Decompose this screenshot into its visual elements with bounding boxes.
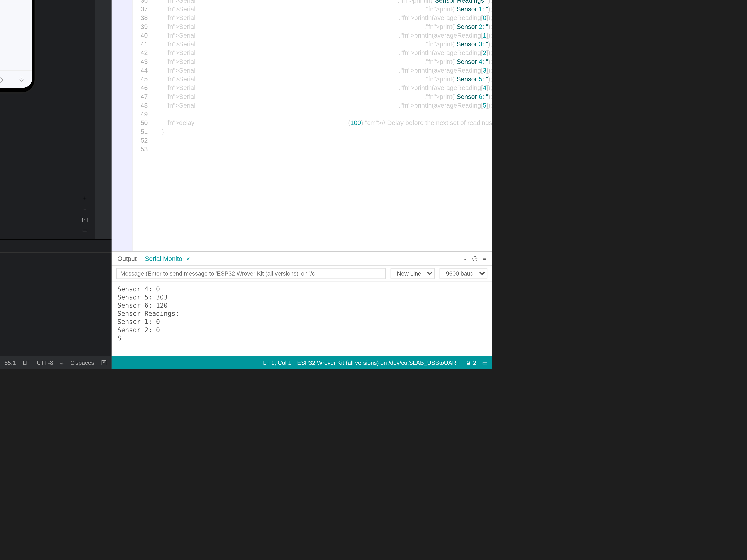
board-status: ESP32 Wrover Kit (all versions) on /dev/… [297, 359, 460, 366]
code-line[interactable]: "fn">Serial [158, 101, 399, 110]
code-line[interactable]: "fn">Serial [158, 84, 399, 92]
bottom-nav[interactable]: ⌂ ✦ ◌ ◇ ♡ [0, 70, 32, 88]
close-panel-icon[interactable]: ▭ [482, 359, 487, 366]
code-line[interactable]: "fn">Serial [158, 57, 424, 66]
readonly-icon[interactable]: ⎆ [60, 359, 64, 366]
code-line[interactable]: "fn">Serial [158, 75, 424, 83]
arduino-ide-window: ✓ → ▷ ESP32 Wrover Kit (all ...▾ sketch_… [111, 0, 492, 369]
code-line[interactable] [158, 110, 492, 118]
code-line[interactable]: "fn">Serial [158, 40, 424, 49]
code-line[interactable] [158, 145, 492, 154]
right-tool-gutter [95, 0, 111, 239]
scroll-icon[interactable]: ⌄ [462, 255, 467, 262]
code-line[interactable]: "fn">Serial [158, 14, 399, 22]
cursor-position: Ln 1, Col 1 [263, 359, 291, 366]
arduino-status-bar: Ln 1, Col 1 ESP32 Wrover Kit (all versio… [111, 356, 492, 369]
android-studio-window: R running_app2 Version control Pixel_3a_… [0, 0, 111, 369]
line-ending-select[interactable]: New Line [390, 268, 435, 279]
dashboard-card[interactable]: Pressure Distribution◆Even [0, 0, 32, 4]
terminal-output[interactable]: idget.dart:227:37 • avoid_print info • D… [0, 253, 111, 356]
code-line[interactable]: "fn">Serial [158, 31, 399, 40]
code-line[interactable]: "fn">Serial [158, 5, 424, 14]
code-line[interactable]: "fn">Serial [158, 49, 399, 57]
code-line[interactable]: "fn">Serial [158, 22, 424, 31]
zoom-in-button[interactable]: ＋ [82, 194, 88, 202]
baud-select[interactable]: 9600 baud [440, 268, 487, 279]
clear-icon[interactable]: ≡ [483, 255, 486, 262]
zoom-ratio[interactable]: 1:1 [81, 217, 89, 224]
heart-icon[interactable]: ♡ [18, 75, 25, 83]
code-line[interactable]: "fn">Serial [158, 0, 397, 5]
code-editor[interactable]: 19 // Collecting numReadings for each se… [133, 0, 492, 251]
code-line[interactable]: } [158, 127, 492, 136]
encoding[interactable]: UTF-8 [37, 359, 53, 366]
phone-frame: 11:58▮ ▲ ▮ Currie Smart Shoes Dashboard … [0, 0, 34, 92]
line-ending[interactable]: LF [23, 359, 30, 366]
lock-icon[interactable]: ⚿ [101, 359, 107, 366]
diamond-icon[interactable]: ◇ [0, 75, 3, 83]
status-bar: □ running_app › □ android › app › ⥮ conn… [0, 356, 111, 369]
code-line[interactable]: "fn">Serial [158, 66, 399, 75]
cursor-position: 55:1 [4, 359, 16, 366]
emulator-viewport[interactable]: 11:58▮ ▲ ▮ Currie Smart Shoes Dashboard … [0, 0, 95, 102]
code-line[interactable] [158, 136, 492, 145]
code-line[interactable]: "fn">Serial [158, 92, 424, 101]
fit-icon[interactable]: ▭ [82, 227, 87, 234]
code-line[interactable]: "fn">delay [158, 119, 348, 127]
notif-badge[interactable]: 🕭 2 [466, 359, 476, 366]
output-tab[interactable]: Output [118, 255, 137, 262]
indent[interactable]: 2 spaces [71, 359, 94, 366]
timestamp-icon[interactable]: ◷ [472, 255, 478, 262]
serial-output[interactable]: Sensor 4: 0 Sensor 5: 303 Sensor 6: 120 … [111, 282, 492, 356]
serial-monitor-tab[interactable]: Serial Monitor × [145, 255, 190, 262]
emulator-zoom-controls: ＋ － 1:1 ▭ [78, 194, 92, 234]
close-icon[interactable]: × [186, 255, 190, 262]
serial-message-input[interactable] [116, 268, 386, 279]
zoom-out-button[interactable]: － [82, 206, 88, 214]
